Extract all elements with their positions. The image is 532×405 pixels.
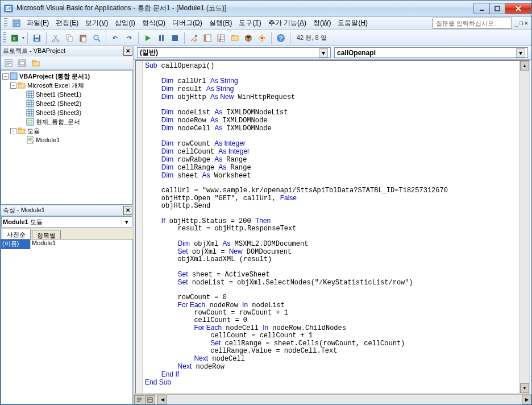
tree-workbook[interactable]: 현재_통합_문서 [1,117,132,126]
svg-rect-9 [35,35,39,38]
svg-text:?: ? [279,35,283,42]
menu-디버그[interactable]: 디버그(D) [169,17,206,29]
procedure-list-combo[interactable]: callOpenapi ▾ [334,47,528,58]
svg-rect-22 [172,35,178,41]
reset-button[interactable] [169,32,181,44]
properties-window-button[interactable] [215,32,227,44]
svg-point-18 [94,35,98,40]
menu-삽입[interactable]: 삽입(I) [111,17,138,29]
tree-sheet[interactable]: Sheet3 (Sheet3) [1,108,132,117]
properties-grid[interactable]: (이름) Module1 [1,239,133,404]
cursor-position: 42 행, 8 열 [293,34,418,42]
scroll-left-icon[interactable]: ◀ [157,395,167,404]
scroll-up-icon[interactable]: ▲ [520,61,529,71]
svg-rect-27 [231,36,238,40]
menu-도움말[interactable]: 도움말(H) [334,17,371,29]
maximize-button[interactable] [489,3,505,14]
svg-rect-42 [27,109,34,116]
help-search-input[interactable] [433,18,512,29]
project-tree[interactable]: − VBAProject (통합 문서1) − Microsoft Excel … [1,70,133,205]
properties-panel-title: 속성 - Module1 [3,206,45,214]
view-code-button[interactable] [3,57,14,69]
folder-icon [18,127,26,135]
collapse-icon[interactable]: − [10,128,16,134]
collapse-icon[interactable]: − [2,73,9,80]
mdi-close-button[interactable]: ✕ [524,19,528,27]
tree-folder-modules[interactable]: − 모듈 [1,126,132,135]
menu-추가 기능[interactable]: 추가 기능(A) [265,17,310,29]
object-browser-button[interactable] [228,32,241,44]
procedure-view-button[interactable] [134,395,144,404]
property-value[interactable]: Module1 [31,239,132,249]
mdi-restore-button[interactable]: ❐ [519,19,523,27]
view-excel-button[interactable]: X [9,32,21,44]
scroll-right-icon[interactable]: ▶ [522,395,531,404]
menu-실행[interactable]: 실행(R) [206,17,236,29]
menu-창[interactable]: 창(W) [310,17,334,29]
properties-panel-close-button[interactable]: ✕ [123,206,132,215]
dropdown-icon[interactable]: ▾ [122,218,131,226]
redo-button[interactable] [123,32,135,44]
scroll-down-icon[interactable]: ▼ [520,383,529,393]
menu-파일[interactable]: 파일(F) [23,17,52,29]
project-panel-close-button[interactable]: ✕ [123,47,132,56]
object-list-combo[interactable]: (일반) ▾ [137,47,331,58]
minimize-button[interactable] [473,3,489,14]
tree-root[interactable]: − VBAProject (통합 문서1) [1,72,132,81]
horizontal-scrollbar[interactable]: ◀ ▶ [157,395,531,404]
dropdown-icon[interactable]: ▾ [516,48,525,57]
run-button[interactable] [142,32,154,44]
save-button[interactable] [31,32,43,44]
svg-rect-16 [81,35,85,36]
collapse-icon[interactable]: − [10,82,16,89]
menubar-grip[interactable] [4,18,7,28]
tree-sheet[interactable]: Sheet1 (Sheet1) [1,90,132,99]
toolbar-grip[interactable] [3,32,6,44]
toggle-folders-button[interactable] [30,57,41,69]
view-object-button[interactable] [16,57,28,69]
svg-rect-4 [495,6,500,11]
vba-icon [12,19,21,28]
break-button[interactable] [155,32,168,44]
svg-rect-39 [18,82,21,84]
left-panels: 프로젝트 - VBAProject ✕ − VBAProject (통합 문서1… [1,46,134,404]
tree-module1[interactable]: Module1 [1,135,132,144]
full-module-view-button[interactable] [145,395,155,404]
svg-rect-20 [159,35,161,41]
design-mode-button[interactable] [188,32,200,44]
menu-편집[interactable]: 편집(E) [52,17,82,29]
code-margin[interactable] [136,61,143,393]
undo-button[interactable] [109,32,122,44]
code-text[interactable]: Sub callOpenapi() Dim callUrl As String … [143,61,519,393]
svg-rect-17 [82,37,86,42]
tab-categorized[interactable]: 항목별 [32,230,61,239]
code-body: Sub callOpenapi() Dim callUrl As String … [135,60,530,394]
cut-button[interactable] [49,32,62,44]
close-button[interactable] [505,3,531,14]
paste-button[interactable] [77,32,89,44]
dropdown-icon[interactable]: ▾ [319,48,328,57]
object-selector[interactable]: Module1 모듈 ▾ [1,216,132,228]
copy-button[interactable] [63,32,76,44]
menu-형식[interactable]: 형식(O) [139,17,169,29]
tab-order-button[interactable] [256,32,268,44]
find-button[interactable] [90,32,103,44]
tab-alphabetic[interactable]: 사전순 [2,229,31,239]
svg-rect-36 [32,60,35,62]
tree-folder-excel-objects[interactable]: − Microsoft Excel 개체 [1,81,132,90]
menu-보기[interactable]: 보기(V) [82,17,111,29]
tree-label: 현재_통합_문서 [36,118,80,126]
project-panel-header: 프로젝트 - VBAProject ✕ [1,46,133,56]
help-button[interactable]: ? [275,32,287,44]
mdi-minimize-button[interactable]: _ [514,19,518,27]
vertical-scrollbar[interactable]: ▲ ▼ [519,61,529,393]
svg-point-12 [57,40,59,42]
menu-도구[interactable]: 도구(T) [235,17,264,29]
project-explorer-button[interactable] [201,32,214,44]
toolbox-button[interactable] [242,32,255,44]
tree-sheet[interactable]: Sheet2 (Sheet2) [1,99,132,108]
svg-rect-45 [18,128,21,130]
property-row[interactable]: (이름) Module1 [1,239,132,249]
svg-rect-10 [35,39,39,41]
sheet-icon [26,100,34,108]
